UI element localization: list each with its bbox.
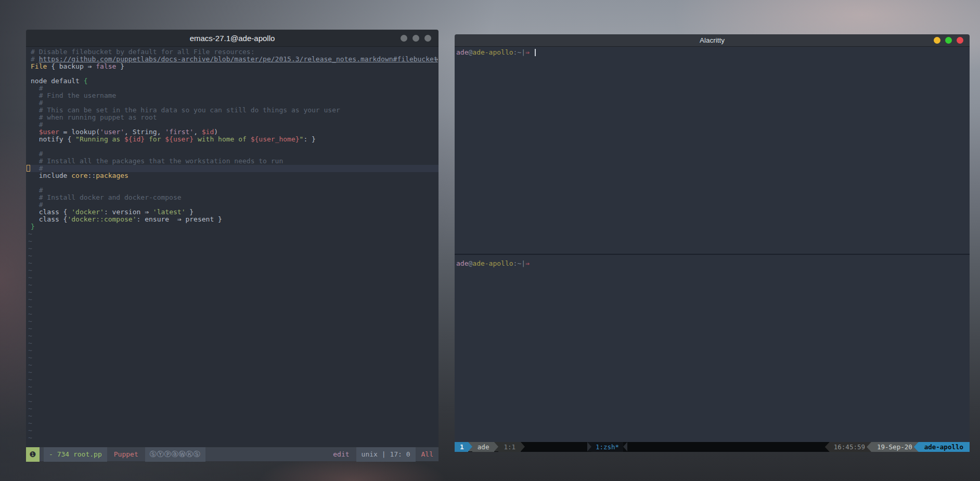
minimize-button-icon[interactable] xyxy=(934,37,940,44)
code-line: # Install all the packages that the work… xyxy=(31,158,439,165)
emacs-modeline: ❶ - 734 root.pp Puppet ⓈⓎⓅⓐⓌⓀⓈ edit unix… xyxy=(26,447,439,461)
minor-mode-icons[interactable]: ⓈⓎⓅⓐⓌⓀⓈ xyxy=(145,447,205,462)
empty-line-tilde: ~ xyxy=(28,230,439,238)
date-segment: 19-Sep-20 xyxy=(867,442,919,452)
traffic-light-controls xyxy=(934,37,963,44)
maximize-button-icon[interactable] xyxy=(945,37,952,44)
code-line xyxy=(31,143,439,150)
empty-line-tilde: ~ xyxy=(28,369,439,376)
alacritty-window: Alacritty ade@ade-apollo:~|⇒ ade@ade-apo… xyxy=(455,34,970,462)
code-line xyxy=(31,179,439,187)
code-line: # xyxy=(31,85,439,92)
terminal-pane-bottom[interactable]: ade@ade-apollo:~|⇒ xyxy=(455,255,970,442)
pane-index-segment: 1:1 xyxy=(498,442,521,452)
empty-line-tilde: ~ xyxy=(28,391,439,398)
code-line: class {'docker::compose': ensure ⇒ prese… xyxy=(31,216,439,223)
terminal-area: ade@ade-apollo:~|⇒ ade@ade-apollo:~|⇒ 1 … xyxy=(455,47,970,452)
empty-line-tilde: ~ xyxy=(28,427,439,434)
session-index-segment: 1 xyxy=(455,442,468,452)
user-segment: ade xyxy=(472,442,495,452)
empty-line-tilde: ~ xyxy=(28,361,439,369)
code-line: # This can be set in the hira data so yo… xyxy=(31,107,439,114)
code-line: # xyxy=(31,150,439,158)
code-line: $user = lookup('user', String, 'first', … xyxy=(31,128,439,136)
code-line: node default { xyxy=(31,77,439,85)
emacs-buffer[interactable]: → # Disable filebucket by default for al… xyxy=(26,47,439,447)
empty-line-tilde: ~ xyxy=(28,238,439,245)
empty-line-tilde: ~ xyxy=(28,340,439,347)
code-line xyxy=(31,70,439,77)
terminal-prompt: ade@ade-apollo:~|⇒ xyxy=(456,259,970,268)
empty-line-tilde: ~ xyxy=(28,259,439,267)
clock-segment: 16:45:59 xyxy=(825,442,871,452)
alacritty-window-title: Alacritty xyxy=(700,36,725,44)
modeline-file-info: - 734 root.pp xyxy=(44,447,107,462)
empty-line-tilde: ~ xyxy=(28,245,439,252)
window-button-icon[interactable] xyxy=(412,35,419,42)
window-button-icon[interactable] xyxy=(401,35,407,42)
scroll-position-label: All xyxy=(421,450,433,458)
terminal-prompt: ade@ade-apollo:~|⇒ xyxy=(456,48,970,57)
empty-line-tilde: ~ xyxy=(28,267,439,274)
powerline-arrow-icon xyxy=(587,442,591,451)
code-line: } xyxy=(31,223,439,230)
powerline-arrow-icon xyxy=(468,442,472,451)
empty-line-tilde: ~ xyxy=(28,318,439,325)
empty-line-tilde: ~ xyxy=(28,347,439,354)
empty-line-tilde: ~ xyxy=(28,252,439,259)
empty-line-tilde: ~ xyxy=(28,420,439,427)
empty-line-tilde: ~ xyxy=(28,310,439,318)
empty-line-tilde: ~ xyxy=(28,376,439,383)
major-mode-label[interactable]: Puppet xyxy=(114,450,138,458)
terminal-cursor xyxy=(535,49,536,56)
code-line: include core::packages xyxy=(31,172,439,179)
code-line: # xyxy=(31,201,439,209)
hostname-segment: ade-apollo xyxy=(914,442,970,452)
empty-line-tilde: ~ xyxy=(28,303,439,310)
code-line: # xyxy=(26,165,439,172)
emacs-cursor xyxy=(27,165,30,172)
code-line: class { 'docker': version ⇒ 'latest' } xyxy=(31,209,439,216)
terminal-pane-top[interactable]: ade@ade-apollo:~|⇒ xyxy=(455,47,970,254)
alacritty-titlebar[interactable]: Alacritty xyxy=(455,34,970,47)
code-line: # Disable filebucket by default for all … xyxy=(31,48,439,56)
empty-line-tilde: ~ xyxy=(28,398,439,405)
emacs-window: emacs-27.1@ade-apollo → # Disable filebu… xyxy=(26,30,439,462)
empty-line-tilde: ~ xyxy=(28,325,439,332)
code-line: notify { "Running as ${id} for ${user} w… xyxy=(31,136,439,143)
empty-line-tilde: ~ xyxy=(28,296,439,303)
close-button-icon[interactable] xyxy=(957,37,963,44)
edit-state-label: edit xyxy=(333,450,349,458)
code-line: File { backup ⇒ false } xyxy=(31,63,439,70)
code-line: # when running puppet as root xyxy=(31,114,439,121)
code-line: # xyxy=(31,187,439,194)
empty-line-tilde: ~ xyxy=(28,274,439,281)
empty-line-tilde: ~ xyxy=(28,281,439,289)
powerline-arrow-icon xyxy=(494,442,498,451)
workspace-badge: ❶ xyxy=(26,447,40,462)
emacs-window-controls xyxy=(401,35,431,42)
empty-line-tilde: ~ xyxy=(28,405,439,412)
emacs-titlebar[interactable]: emacs-27.1@ade-apollo xyxy=(26,30,439,47)
tmux-window-item[interactable]: 1:zsh* xyxy=(591,442,623,452)
empty-line-tilde: ~ xyxy=(28,383,439,391)
tmux-status-bar: 1 ade 1:1 1:zsh* 16:45:59 19-Sep-20 ade-… xyxy=(455,442,970,452)
powerline-arrow-icon xyxy=(521,442,525,451)
empty-line-tilde: ~ xyxy=(28,412,439,420)
empty-line-tilde: ~ xyxy=(28,434,439,441)
code-line: # xyxy=(31,99,439,107)
emacs-window-title: emacs-27.1@ade-apollo xyxy=(190,34,275,43)
empty-line-tilde: ~ xyxy=(28,354,439,361)
encoding-position-label: unix | 17: 0 xyxy=(356,447,416,462)
code-line: # https://github.com/puppetlabs/docs-arc… xyxy=(31,56,439,63)
empty-line-tilde: ~ xyxy=(28,289,439,296)
code-line: # Find the username xyxy=(31,92,439,99)
code-line: # Install docker and docker-compose xyxy=(31,194,439,201)
powerline-arrow-icon xyxy=(623,442,627,451)
window-button-icon[interactable] xyxy=(424,35,431,42)
empty-line-tilde: ~ xyxy=(28,332,439,340)
code-line: # xyxy=(31,121,439,128)
